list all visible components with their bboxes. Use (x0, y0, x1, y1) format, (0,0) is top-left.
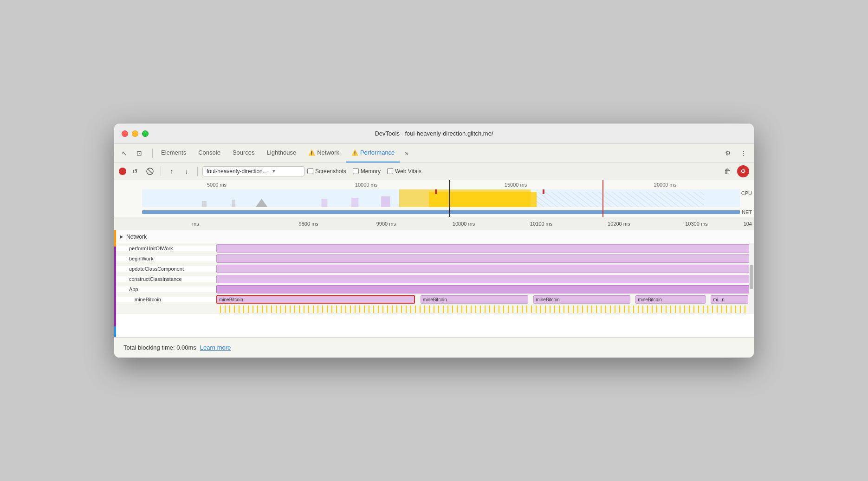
time-mark-10000: 10000 ms (425, 221, 502, 227)
close-button[interactable] (122, 130, 128, 137)
network-section-label: Network (126, 234, 147, 240)
screenshots-checkbox[interactable]: Screenshots (307, 168, 346, 175)
time-mark-9800: 9800 ms (270, 221, 347, 227)
flame-label-performunitofwork: performUnitOfWork (114, 246, 216, 251)
timeline-mark-20000: 20000 ms (590, 182, 740, 188)
svg-rect-12 (537, 192, 704, 207)
reload-button[interactable]: ↺ (129, 165, 141, 177)
timeline-red-line (602, 180, 603, 217)
timeline-mark-5000: 5000 ms (142, 182, 291, 188)
flame-bar-minebitcoin-5[interactable]: mi...n (711, 295, 748, 304)
flame-bar-minebitcoin-selected[interactable]: mineBitcoin (216, 295, 415, 304)
minimize-button[interactable] (132, 130, 138, 137)
tab-performance[interactable]: ⚠️ Performance (346, 144, 400, 162)
web-vitals-checkbox[interactable]: Web Vitals (387, 168, 421, 175)
flame-bar-minebitcoin-2[interactable]: mineBitcoin (421, 295, 528, 304)
maximize-button[interactable] (142, 130, 149, 137)
tab-network[interactable]: ⚠️ Network (303, 144, 345, 162)
total-blocking-time-text: Total blocking time: 0.00ms (123, 344, 196, 351)
flame-bars-beginwork (216, 254, 754, 263)
svg-rect-11 (429, 192, 537, 207)
toolbar-icons: ↖ ⊡ (118, 147, 146, 160)
time-mark-10100: 10100 ms (503, 221, 580, 227)
titlebar: DevTools - foul-heavenly-direction.glitc… (114, 124, 754, 144)
flame-label-updateclasscomponent: updateClassComponent (114, 266, 216, 272)
memory-checkbox-input[interactable] (353, 168, 359, 174)
clear-button[interactable] (144, 165, 156, 177)
flame-bar[interactable] (216, 285, 754, 293)
svg-rect-15 (543, 189, 544, 194)
url-chevron-icon: ▼ (272, 169, 276, 174)
flame-row-performunitofwork: performUnitOfWork (114, 243, 754, 254)
devtools-settings-button[interactable]: ⚙ (721, 147, 734, 160)
timeline-mark-10000: 10000 ms (291, 182, 441, 188)
record-divider1 (161, 167, 161, 176)
time-mark-10300: 10300 ms (658, 221, 735, 227)
svg-rect-10 (381, 196, 390, 207)
svg-rect-9 (351, 198, 358, 207)
flamechart-area: ms 9800 ms 9900 ms 10000 ms 10100 ms 102… (114, 217, 754, 337)
memory-checkbox[interactable]: Memory (353, 168, 381, 175)
window-title: DevTools - foul-heavenly-direction.glitc… (375, 130, 493, 137)
screenshots-label: Screenshots (315, 168, 346, 175)
time-mark-ms: ms (188, 221, 270, 227)
svg-rect-8 (321, 199, 327, 207)
learn-more-link[interactable]: Learn more (200, 344, 231, 351)
network-warning-icon: ⚠️ (308, 150, 315, 156)
net-label: NET (742, 209, 752, 215)
devtools-more-button[interactable]: ⋮ (737, 147, 750, 160)
tab-elements-label: Elements (161, 149, 186, 156)
tick-pattern (216, 306, 754, 313)
flame-bar[interactable] (216, 244, 754, 253)
flame-bars-constructclassinstance (216, 274, 754, 284)
scrollbar-thumb[interactable] (750, 265, 753, 289)
left-color-bar (114, 230, 117, 337)
toolbar-divider (152, 149, 153, 158)
tab-sources-label: Sources (233, 149, 255, 156)
flame-bars-updateclasscomponent (216, 264, 754, 273)
flame-row-updateclasscomponent: updateClassComponent (114, 264, 754, 274)
settings-red-icon[interactable]: ⚙ (737, 165, 749, 177)
scrollbar[interactable] (749, 243, 754, 314)
url-selector[interactable]: foul-heavenly-direction.... ▼ (202, 166, 304, 176)
tab-console[interactable]: Console (193, 144, 226, 162)
web-vitals-checkbox-input[interactable] (387, 168, 393, 174)
time-mark-9900: 9900 ms (347, 221, 425, 227)
cursor-icon[interactable]: ↖ (118, 147, 131, 160)
net-bar (142, 210, 740, 214)
flame-label-minebitcoin: mineBitcoin (114, 297, 216, 302)
flame-bar[interactable] (216, 254, 754, 263)
flame-bar-minebitcoin-3[interactable]: mineBitcoin (533, 295, 630, 304)
svg-rect-14 (435, 189, 437, 194)
checkbox-group: Screenshots Memory Web Vitals (307, 168, 421, 175)
cpu-chart (142, 189, 740, 207)
toolbar-right: ⚙ ⋮ (721, 147, 750, 160)
download-button[interactable]: ↓ (181, 165, 193, 177)
flame-bar[interactable] (216, 275, 754, 283)
timeline-overview: 5000 ms 10000 ms 15000 ms 20000 ms (114, 180, 754, 217)
memory-label: Memory (361, 168, 381, 175)
flame-label-constructclassinstance: constructClassInstance (114, 276, 216, 282)
layers-icon[interactable]: ⊡ (133, 147, 146, 160)
more-tabs-button[interactable]: » (401, 150, 412, 157)
record-toolbar: ↺ ↑ ↓ foul-heavenly-direction.... ▼ Scre… (114, 162, 754, 180)
screenshots-checkbox-input[interactable] (307, 168, 313, 174)
time-ruler-detailed: ms 9800 ms 9900 ms 10000 ms 10100 ms 102… (114, 217, 754, 230)
tab-elements[interactable]: Elements (155, 144, 192, 162)
flame-bar[interactable] (216, 265, 754, 273)
trash-icon[interactable]: 🗑 (721, 165, 733, 177)
flame-label-app: App (114, 286, 216, 292)
flame-bars-performunitofwork (216, 243, 754, 253)
performance-warning-icon: ⚠️ (351, 150, 358, 156)
svg-rect-7 (232, 200, 235, 207)
timeline-cursor-line (449, 180, 450, 217)
flame-empty-space (114, 314, 754, 337)
flame-row-ticks (114, 305, 754, 314)
tab-sources[interactable]: Sources (227, 144, 260, 162)
record-button[interactable] (119, 168, 126, 175)
network-section-header[interactable]: ▶ Network (114, 230, 754, 243)
flame-bar-minebitcoin-4[interactable]: mineBitcoin (635, 295, 706, 304)
upload-button[interactable]: ↑ (166, 165, 178, 177)
web-vitals-label: Web Vitals (395, 168, 421, 175)
tab-lighthouse[interactable]: Lighthouse (261, 144, 302, 162)
